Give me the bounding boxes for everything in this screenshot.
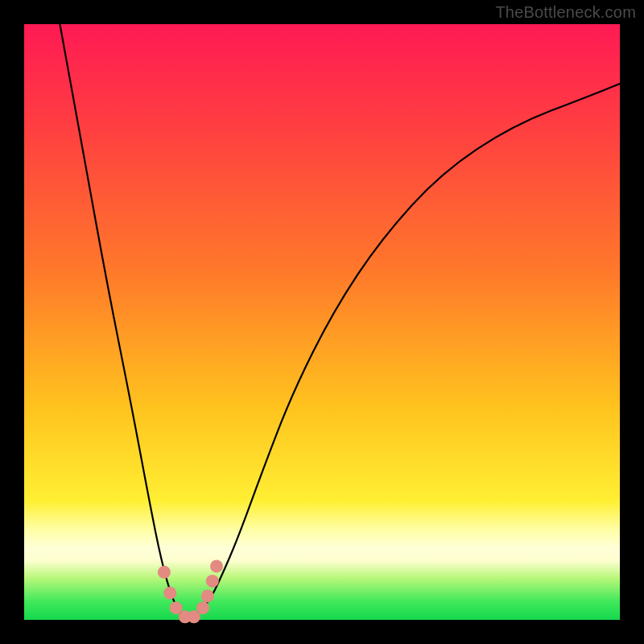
- valley-marker: [196, 601, 209, 614]
- valley-marker: [201, 589, 214, 602]
- valley-marker: [163, 587, 176, 600]
- valley-marker: [206, 575, 219, 588]
- chart-frame: TheBottleneck.com: [0, 0, 644, 644]
- watermark-text: TheBottleneck.com: [495, 3, 636, 22]
- valley-marker: [210, 559, 223, 572]
- valley-marker: [158, 566, 171, 579]
- bottleneck-curve: [60, 24, 620, 617]
- curve-svg: [24, 24, 620, 620]
- plot-area: [24, 24, 620, 620]
